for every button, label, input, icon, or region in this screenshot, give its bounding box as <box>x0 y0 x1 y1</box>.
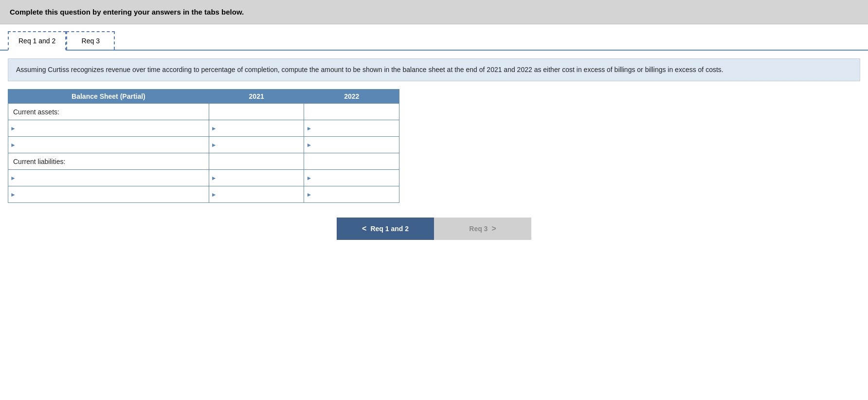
table-row: ► ► ► <box>8 186 399 203</box>
row2-2022-input[interactable] <box>314 137 399 153</box>
row4-2021-input[interactable] <box>219 186 304 202</box>
current-assets-2022-cell <box>304 104 399 120</box>
top-banner: Complete this question by entering your … <box>0 0 868 24</box>
arrow-icon-6: ► <box>306 142 312 148</box>
current-liabilities-2022-input[interactable] <box>306 153 399 169</box>
row3-2021-cell: ► <box>209 170 304 186</box>
col-header-2021: 2021 <box>209 90 304 104</box>
arrow-icon-3: ► <box>306 125 312 132</box>
col-header-2022: 2022 <box>304 90 399 104</box>
current-assets-2022-input[interactable] <box>306 104 399 120</box>
arrow-icon-1: ► <box>10 125 16 132</box>
table-header-row: Balance Sheet (Partial) 2021 2022 <box>8 90 399 104</box>
current-liabilities-2022-cell <box>304 153 399 170</box>
row4-2022-cell: ► <box>304 186 399 203</box>
row2-label-input[interactable] <box>18 137 209 153</box>
row3-2022-cell: ► <box>304 170 399 186</box>
current-liabilities-2021-cell <box>209 153 304 170</box>
row4-2022-input[interactable] <box>314 186 399 202</box>
row2-label-cell: ► <box>8 137 209 153</box>
row1-2022-input[interactable] <box>314 120 399 136</box>
next-button-label: Req 3 <box>469 225 488 233</box>
row4-label-input[interactable] <box>18 186 209 202</box>
arrow-icon-8: ► <box>211 175 217 182</box>
banner-text: Complete this question by entering your … <box>10 8 244 16</box>
table-row: Current assets: <box>8 104 399 120</box>
current-assets-2021-cell <box>209 104 304 120</box>
tabs-container: Req 1 and 2 Req 3 <box>0 24 868 51</box>
row4-label-cell: ► <box>8 186 209 203</box>
row3-label-cell: ► <box>8 170 209 186</box>
row1-label-cell: ► <box>8 120 209 137</box>
arrow-icon-7: ► <box>10 175 16 182</box>
table-row: ► ► ► <box>8 170 399 186</box>
content-area: Assuming Curtiss recognizes revenue over… <box>0 51 868 257</box>
row1-2021-cell: ► <box>209 120 304 137</box>
row3-2022-input[interactable] <box>314 170 399 186</box>
row2-2021-cell: ► <box>209 137 304 153</box>
balance-sheet-table: Balance Sheet (Partial) 2021 2022 Curren… <box>8 89 399 203</box>
instruction-text: Assuming Curtiss recognizes revenue over… <box>8 58 860 81</box>
bottom-nav: < Req 1 and 2 Req 3 > <box>8 218 860 250</box>
arrow-icon-10: ► <box>10 191 16 198</box>
row2-2022-cell: ► <box>304 137 399 153</box>
col-header-label: Balance Sheet (Partial) <box>8 90 209 104</box>
table-row: ► ► ► <box>8 137 399 153</box>
next-button[interactable]: Req 3 > <box>434 218 531 240</box>
tab-req3[interactable]: Req 3 <box>66 31 115 50</box>
row1-label-input[interactable] <box>18 120 209 136</box>
arrow-icon-9: ► <box>306 175 312 182</box>
table-row: Current liabilities: <box>8 153 399 170</box>
tab-req1and2[interactable]: Req 1 and 2 <box>8 31 66 51</box>
arrow-icon-12: ► <box>306 191 312 198</box>
table-row: ► ► ► <box>8 120 399 137</box>
row3-2021-input[interactable] <box>219 170 304 186</box>
row4-2021-cell: ► <box>209 186 304 203</box>
arrow-icon-11: ► <box>211 191 217 198</box>
current-assets-2021-input[interactable] <box>211 104 304 120</box>
prev-chevron-icon: < <box>362 224 366 233</box>
current-liabilities-label: Current liabilities: <box>8 153 209 170</box>
next-chevron-icon: > <box>491 224 496 233</box>
current-liabilities-2021-input[interactable] <box>211 153 304 169</box>
row3-label-input[interactable] <box>18 170 209 186</box>
arrow-icon-5: ► <box>211 142 217 148</box>
row1-2021-input[interactable] <box>219 120 304 136</box>
prev-button[interactable]: < Req 1 and 2 <box>337 218 434 240</box>
row2-2021-input[interactable] <box>219 137 304 153</box>
row1-2022-cell: ► <box>304 120 399 137</box>
prev-button-label: Req 1 and 2 <box>370 225 409 233</box>
arrow-icon-2: ► <box>211 125 217 132</box>
arrow-icon-4: ► <box>10 142 16 148</box>
current-assets-label: Current assets: <box>8 104 209 120</box>
